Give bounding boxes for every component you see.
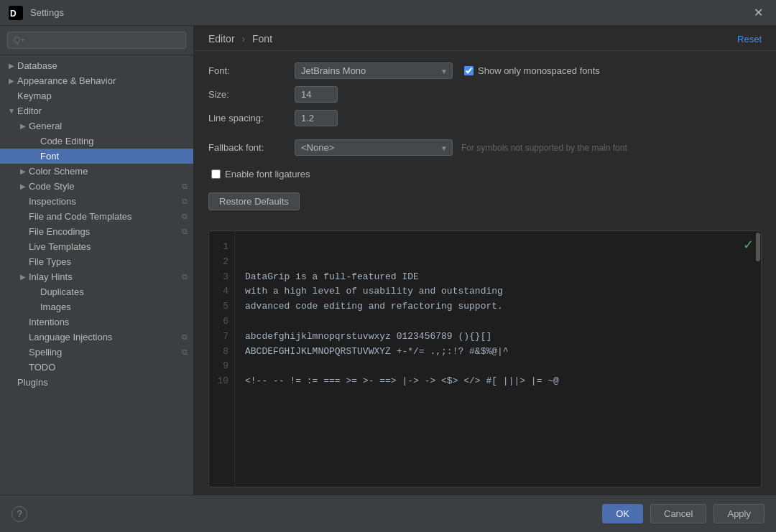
form-spacer	[208, 134, 762, 139]
copy-icon-spelling: ⧉	[182, 347, 188, 357]
checkmark-icon: ✓	[743, 237, 754, 253]
sidebar-item-todo[interactable]: TODO	[0, 360, 193, 375]
expand-icon-inlay-hints: ▶	[17, 273, 29, 281]
sidebar-item-inspections[interactable]: Inspections⧉	[0, 194, 193, 209]
sidebar-item-label-inlay-hints: Inlay Hints	[29, 271, 179, 282]
content-header: Editor › Font Reset	[194, 26, 776, 51]
sidebar-item-label-font: Font	[40, 151, 188, 162]
breadcrumb-separator: ›	[241, 33, 245, 45]
fallback-font-select[interactable]: <None>	[295, 139, 453, 156]
line-numbers: 12345678910	[209, 231, 235, 487]
font-label: Font:	[208, 65, 295, 76]
line-number: 3	[215, 270, 228, 285]
sidebar-item-code-style[interactable]: ▶Code Style⧉	[0, 179, 193, 194]
sidebar-item-spelling[interactable]: Spelling⧉	[0, 345, 193, 360]
sidebar-item-plugins[interactable]: Plugins	[0, 375, 193, 390]
sidebar-item-label-code-style: Code Style	[29, 181, 179, 192]
expand-icon-appearance: ▶	[6, 77, 17, 85]
sidebar-item-file-types[interactable]: File Types	[0, 254, 193, 269]
font-select[interactable]: JetBrains Mono	[295, 62, 453, 79]
code-line: abcdefghijklmnopqrstuvwxyz 0123456789 ()…	[245, 330, 745, 345]
form-spacer-3	[208, 187, 762, 192]
line-number: 5	[215, 299, 228, 314]
copy-icon-code-style: ⧉	[182, 182, 188, 191]
main-container: ▶Database▶Appearance & BehaviorKeymap▼Ed…	[0, 26, 776, 495]
preview-code: DataGrip is a full-featured IDEwith a hi…	[235, 231, 755, 487]
sidebar-tree: ▶Database▶Appearance & BehaviorKeymap▼Ed…	[0, 55, 193, 495]
sidebar-item-live-templates[interactable]: Live Templates	[0, 239, 193, 254]
help-button[interactable]: ?	[11, 506, 27, 522]
sidebar-item-duplicates[interactable]: Duplicates	[0, 284, 193, 299]
sidebar-item-label-spelling: Spelling	[29, 347, 179, 358]
monospaced-label[interactable]: Show only monospaced fonts	[478, 65, 600, 76]
close-button[interactable]: ✕	[749, 4, 767, 21]
restore-defaults-button[interactable]: Restore Defaults	[208, 192, 300, 210]
sidebar-item-file-code-templates[interactable]: File and Code Templates⧉	[0, 209, 193, 224]
sidebar-item-database[interactable]: ▶Database	[0, 58, 193, 73]
sidebar-item-intentions[interactable]: Intentions	[0, 314, 193, 330]
line-number: 8	[215, 345, 228, 360]
sidebar-item-color-scheme[interactable]: ▶Color Scheme	[0, 164, 193, 179]
sidebar-item-label-plugins: Plugins	[17, 377, 188, 388]
code-line	[245, 314, 745, 330]
search-box	[0, 26, 193, 55]
size-label: Size:	[208, 89, 295, 100]
sidebar-item-label-live-templates: Live Templates	[29, 241, 188, 252]
font-select-wrapper: JetBrains Mono ▼	[295, 62, 453, 79]
sidebar-item-label-file-code-templates: File and Code Templates	[29, 211, 179, 222]
search-input[interactable]	[7, 32, 186, 49]
bottom-bar: ? OK Cancel Apply	[0, 495, 776, 532]
monospaced-checkbox-group: Show only monospaced fonts	[464, 65, 600, 76]
line-number: 4	[215, 284, 228, 299]
fallback-select-wrapper: <None> ▼	[295, 139, 453, 156]
code-line: <!-- -- != := === >= >- ==> |-> -> <$> <…	[245, 374, 745, 389]
line-number: 6	[215, 314, 228, 330]
reset-link[interactable]: Reset	[737, 34, 762, 45]
sidebar-item-code-editing[interactable]: Code Editing	[0, 134, 193, 149]
sidebar-item-keymap[interactable]: Keymap	[0, 88, 193, 103]
monospaced-checkbox[interactable]	[464, 66, 474, 75]
copy-icon-file-encodings: ⧉	[182, 227, 188, 236]
ok-button[interactable]: OK	[602, 504, 643, 523]
bottom-buttons: OK Cancel Apply	[602, 504, 765, 523]
sidebar-item-appearance[interactable]: ▶Appearance & Behavior	[0, 73, 193, 88]
apply-button[interactable]: Apply	[713, 504, 765, 523]
breadcrumb-current: Font	[252, 33, 272, 45]
preview-scrollbar[interactable]	[755, 231, 761, 487]
fallback-note: For symbols not supported by the main fo…	[461, 143, 627, 153]
svg-text:D: D	[10, 9, 17, 19]
sidebar-item-general[interactable]: ▶General	[0, 118, 193, 134]
sidebar-item-label-database: Database	[17, 60, 188, 71]
line-number: 9	[215, 359, 228, 374]
sidebar-item-file-encodings[interactable]: File Encodings⧉	[0, 224, 193, 239]
sidebar-item-inlay-hints[interactable]: ▶Inlay Hints⧉	[0, 269, 193, 284]
sidebar-item-language-injections[interactable]: Language Injections⧉	[0, 330, 193, 345]
ligatures-checkbox[interactable]	[211, 169, 221, 179]
line-spacing-row: Line spacing:	[208, 110, 762, 126]
copy-icon-inlay-hints: ⧉	[182, 272, 188, 281]
font-row: Font: JetBrains Mono ▼ Show only monospa…	[208, 62, 762, 79]
line-number: 2	[215, 255, 228, 270]
ligatures-label[interactable]: Enable font ligatures	[225, 169, 310, 179]
sidebar-item-label-general: General	[29, 121, 188, 131]
size-row: Size:	[208, 86, 762, 103]
code-line: with a high level of usability and outst…	[245, 284, 745, 299]
sidebar-item-font[interactable]: Font	[0, 149, 193, 164]
code-line	[245, 389, 745, 404]
line-spacing-input[interactable]	[295, 110, 338, 126]
sidebar-item-label-language-injections: Language Injections	[29, 332, 179, 342]
breadcrumb: Editor › Font	[208, 33, 272, 45]
sidebar-item-label-code-editing: Code Editing	[40, 136, 188, 146]
sidebar-item-label-inspections: Inspections	[29, 196, 179, 207]
sidebar-item-label-todo: TODO	[29, 362, 188, 373]
cancel-button[interactable]: Cancel	[650, 504, 706, 523]
scroll-thumb[interactable]	[756, 233, 760, 261]
size-input[interactable]	[295, 86, 338, 103]
code-line	[245, 404, 745, 419]
sidebar-item-label-editor: Editor	[17, 106, 188, 116]
sidebar-item-editor[interactable]: ▼Editor	[0, 103, 193, 118]
sidebar-item-images[interactable]: Images	[0, 299, 193, 314]
preview-container: 12345678910 DataGrip is a full-featured …	[208, 230, 762, 487]
line-number: 7	[215, 330, 228, 345]
fallback-font-row: Fallback font: <None> ▼ For symbols not …	[208, 139, 762, 156]
